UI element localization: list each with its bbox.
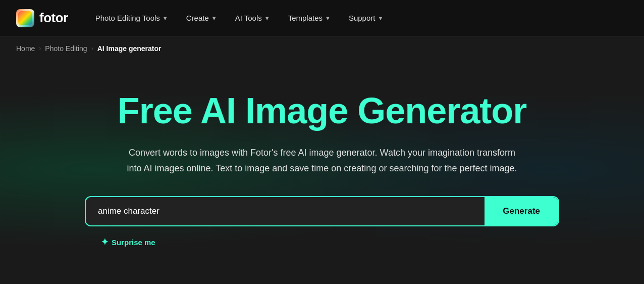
prompt-input[interactable]	[86, 197, 485, 225]
nav-photo-editing-tools-label: Photo Editing Tools	[95, 14, 160, 22]
nav-ai-tools-label: AI Tools	[235, 14, 262, 22]
nav-item-photo-editing-tools[interactable]: Photo Editing Tools ▼	[88, 10, 175, 26]
navbar: fotor Photo Editing Tools ▼ Create ▼ AI …	[0, 0, 644, 36]
nav-item-ai-tools[interactable]: AI Tools ▼	[228, 10, 277, 26]
surprise-me-button[interactable]: ✦ Surprise me	[101, 234, 155, 250]
nav-create-label: Create	[186, 14, 209, 22]
chevron-down-icon: ▼	[211, 15, 217, 21]
logo[interactable]: fotor	[16, 9, 68, 27]
breadcrumb-home[interactable]: Home	[16, 44, 35, 53]
nav-item-templates[interactable]: Templates ▼	[281, 10, 338, 26]
logo-icon	[16, 9, 34, 27]
logo-text: fotor	[39, 10, 68, 26]
breadcrumb-separator-1: ›	[39, 45, 41, 52]
breadcrumb: Home › Photo Editing › AI Image generato…	[0, 36, 644, 61]
breadcrumb-current: AI Image generator	[97, 44, 162, 53]
hero-title: Free AI Image Generator	[118, 91, 527, 131]
chevron-down-icon: ▼	[378, 15, 383, 21]
chevron-down-icon: ▼	[325, 15, 331, 21]
surprise-me-label: Surprise me	[112, 238, 155, 247]
nav-item-support[interactable]: Support ▼	[342, 10, 390, 26]
nav-items: Photo Editing Tools ▼ Create ▼ AI Tools …	[88, 10, 628, 26]
nav-item-create[interactable]: Create ▼	[179, 10, 224, 26]
svg-rect-0	[18, 11, 32, 25]
hero-section: Free AI Image Generator Convert words to…	[0, 61, 644, 278]
generate-button[interactable]: Generate	[485, 197, 558, 225]
nav-templates-label: Templates	[288, 14, 323, 22]
chevron-down-icon: ▼	[264, 15, 270, 21]
chevron-down-icon: ▼	[163, 15, 168, 21]
hero-subtitle: Convert words to images with Fotor's fre…	[125, 145, 519, 176]
nav-support-label: Support	[349, 14, 375, 22]
breadcrumb-separator-2: ›	[91, 45, 93, 52]
sparkle-icon: ✦	[101, 236, 109, 248]
breadcrumb-photo-editing[interactable]: Photo Editing	[45, 44, 87, 53]
search-area: Generate	[85, 196, 559, 226]
